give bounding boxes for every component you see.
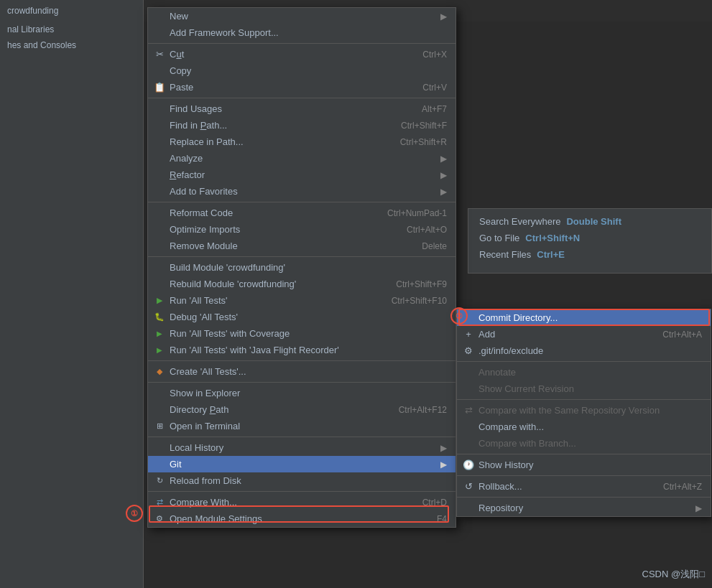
menu-item-reformat[interactable]: Reformat Code Ctrl+NumPad-1 xyxy=(148,205,456,221)
menu-item-new[interactable]: New ▶ xyxy=(148,8,456,24)
menu-item-remove-module[interactable]: Remove Module Delete xyxy=(148,238,456,254)
reformat-shortcut: Ctrl+NumPad-1 xyxy=(387,208,447,218)
annotation-circle-2: ② xyxy=(450,307,468,325)
run-icon: ▶ xyxy=(152,296,167,305)
reload-icon: ↻ xyxy=(152,476,167,485)
menu-item-reload[interactable]: ↻ Reload from Disk xyxy=(148,472,456,489)
find-path-shortcut: Ctrl+Shift+F xyxy=(401,121,447,131)
menu-item-directory-path[interactable]: Directory Path Ctrl+Alt+F12 xyxy=(148,401,456,418)
menu-item-replace-in-path[interactable]: Replace in Path... Ctrl+Shift+R xyxy=(148,134,456,150)
context-menu: New ▶ Add Framework Support... ✂ Cut Ctr… xyxy=(147,7,456,528)
recent-files-label: Recent Files xyxy=(479,249,531,260)
repository-arrow-icon: ▶ xyxy=(695,503,702,513)
menu-item-debug-tests[interactable]: 🐛 Debug 'All Tests' xyxy=(148,309,456,325)
menu-item-open-terminal[interactable]: ⊞ Open in Terminal xyxy=(148,418,456,434)
separator-5 xyxy=(148,360,456,361)
compare-shortcut: Ctrl+D xyxy=(422,498,447,508)
menu-item-local-history[interactable]: Local History ▶ xyxy=(148,439,456,456)
menu-item-rebuild-module[interactable]: Rebuild Module 'crowdfunding' Ctrl+Shift… xyxy=(148,276,456,292)
rollback-shortcut: Ctrl+Alt+Z xyxy=(663,482,702,492)
history-icon: 🕐 xyxy=(461,459,476,470)
submenu-separator-3 xyxy=(457,454,711,454)
submenu-separator-4 xyxy=(457,475,711,476)
remove-module-shortcut: Delete xyxy=(422,241,447,251)
menu-item-cut[interactable]: ✂ Cut Ctrl+X xyxy=(148,46,456,62)
submenu-item-gitinfo[interactable]: ⚙ .git/info/exclude xyxy=(457,342,711,359)
local-history-arrow-icon: ▶ xyxy=(440,443,447,453)
menu-item-run-jfr[interactable]: ▶ Run 'All Tests' with 'Java Flight Reco… xyxy=(148,342,456,358)
menu-item-find-in-path[interactable]: Find in Path... Ctrl+Shift+F xyxy=(148,117,456,134)
recent-files-line: Recent Files Ctrl+E xyxy=(479,249,701,260)
analyze-arrow-icon: ▶ xyxy=(440,154,447,164)
submenu-item-annotate: Annotate xyxy=(457,364,711,381)
optimize-shortcut: Ctrl+Alt+O xyxy=(407,225,447,235)
menu-item-find-usages[interactable]: Find Usages Alt+F7 xyxy=(148,101,456,117)
annotation-circle-1: ① xyxy=(126,505,143,522)
add-icon: + xyxy=(461,329,476,340)
gitinfo-icon: ⚙ xyxy=(461,345,476,356)
submenu-item-add[interactable]: + Add Ctrl+Alt+A xyxy=(457,326,711,342)
menu-item-compare-with[interactable]: ⇄ Compare With... Ctrl+D xyxy=(148,494,456,510)
separator-2 xyxy=(148,98,456,98)
menu-item-create-tests[interactable]: ◆ Create 'All Tests'... xyxy=(148,363,456,380)
sidebar-item-consoles[interactable]: hes and Consoles xyxy=(0,37,143,53)
rebuild-shortcut: Ctrl+Shift+F9 xyxy=(396,279,447,289)
submenu-item-repository[interactable]: Repository ▶ xyxy=(457,500,711,516)
menu-item-add-framework[interactable]: Add Framework Support... xyxy=(148,24,456,41)
submenu-item-compare-with[interactable]: Compare with... xyxy=(457,419,711,435)
menu-item-copy[interactable]: Copy xyxy=(148,62,456,79)
shortcuts-panel: Search Everywhere Double Shift Go to Fil… xyxy=(468,208,712,274)
debug-icon: 🐛 xyxy=(152,312,167,322)
goto-file-line: Go to File Ctrl+Shift+N xyxy=(479,233,701,243)
jfr-icon: ▶ xyxy=(152,346,167,354)
module-settings-shortcut: F4 xyxy=(437,514,447,524)
menu-item-run-coverage[interactable]: ▶ Run 'All Tests' with Coverage xyxy=(148,325,456,342)
menu-item-git[interactable]: Git ▶ xyxy=(148,456,456,472)
compare-repo-icon: ⇄ xyxy=(461,405,476,416)
menu-item-show-explorer[interactable]: Show in Explorer xyxy=(148,385,456,401)
menu-item-build-module[interactable]: Build Module 'crowdfunding' xyxy=(148,259,456,276)
separator-6 xyxy=(148,382,456,383)
menu-item-run-tests[interactable]: ▶ Run 'All Tests' Ctrl+Shift+F10 xyxy=(148,292,456,309)
settings-icon: ⚙ xyxy=(152,514,167,523)
compare-icon: ⇄ xyxy=(152,498,167,507)
search-everywhere-label: Search Everywhere xyxy=(479,216,560,227)
add-shortcut: Ctrl+Alt+A xyxy=(662,330,702,340)
cut-shortcut: Ctrl+X xyxy=(422,50,447,60)
submenu-item-show-history[interactable]: 🕐 Show History xyxy=(457,457,711,473)
menu-item-add-favorites[interactable]: Add to Favorites ▶ xyxy=(148,183,456,200)
submenu-separator-2 xyxy=(457,399,711,400)
submenu-separator-5 xyxy=(457,497,711,498)
menu-item-paste[interactable]: 📋 Paste Ctrl+V xyxy=(148,79,456,95)
cut-icon: ✂ xyxy=(152,49,167,60)
submenu-item-rollback[interactable]: ↺ Rollback... Ctrl+Alt+Z xyxy=(457,478,711,495)
search-everywhere-line: Search Everywhere Double Shift xyxy=(479,216,701,227)
submenu-item-compare-repo: ⇄ Compare with the Same Repository Versi… xyxy=(457,402,711,419)
create-icon: ◆ xyxy=(152,367,167,376)
favorites-arrow-icon: ▶ xyxy=(440,187,447,197)
submenu-separator-1 xyxy=(457,361,711,362)
separator-1 xyxy=(148,43,456,44)
menu-item-open-module-settings[interactable]: ⚙ Open Module Settings F4 xyxy=(148,510,456,527)
search-everywhere-key: Double Shift xyxy=(566,216,621,227)
find-usages-shortcut: Alt+F7 xyxy=(422,104,447,114)
separator-7 xyxy=(148,437,456,437)
terminal-icon: ⊞ xyxy=(152,421,167,431)
menu-item-analyze[interactable]: Analyze ▶ xyxy=(148,150,456,167)
rollback-icon: ↺ xyxy=(461,481,476,492)
refactor-arrow-icon: ▶ xyxy=(440,170,447,180)
menu-item-optimize-imports[interactable]: Optimize Imports Ctrl+Alt+O xyxy=(148,221,456,238)
goto-file-key: Ctrl+Shift+N xyxy=(525,233,580,243)
separator-4 xyxy=(148,256,456,257)
submenu-item-commit-dir[interactable]: Commit Directory... xyxy=(457,309,711,326)
separator-3 xyxy=(148,202,456,202)
sidebar: crowdfunding nal Libraries hes and Conso… xyxy=(0,0,144,588)
git-arrow-icon: ▶ xyxy=(440,459,447,470)
directory-path-shortcut: Ctrl+Alt+F12 xyxy=(399,405,447,415)
submenu-item-show-revision: Show Current Revision xyxy=(457,381,711,397)
replace-path-shortcut: Ctrl+Shift+R xyxy=(400,137,447,147)
goto-file-label: Go to File xyxy=(479,233,519,243)
sidebar-item-libraries[interactable]: nal Libraries xyxy=(0,22,143,37)
menu-item-refactor[interactable]: Refactor ▶ xyxy=(148,167,456,183)
run-tests-shortcut: Ctrl+Shift+F10 xyxy=(392,296,447,306)
